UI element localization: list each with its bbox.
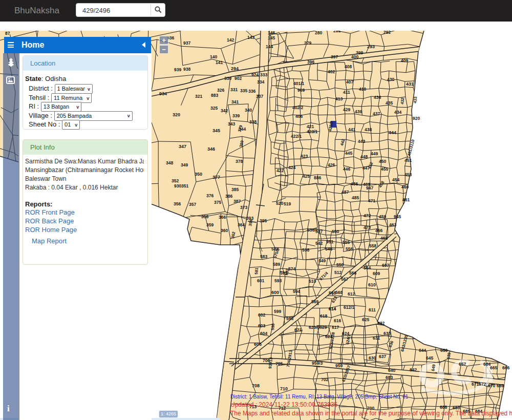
svg-text:920: 920	[413, 116, 420, 121]
svg-text:460: 460	[401, 184, 409, 190]
svg-text:360: 360	[221, 228, 228, 233]
svg-text:410: 410	[359, 87, 366, 92]
svg-text:607: 607	[382, 263, 389, 268]
svg-text:959: 959	[335, 363, 343, 368]
svg-text:603: 603	[258, 323, 265, 328]
svg-text:550: 550	[332, 229, 339, 234]
svg-text:589: 589	[273, 262, 280, 267]
svg-text:510: 510	[309, 279, 316, 284]
svg-text:546: 546	[325, 246, 332, 251]
svg-text:453: 453	[404, 172, 412, 177]
svg-text:538: 538	[302, 247, 309, 253]
svg-text:924: 924	[251, 72, 259, 77]
svg-text:386: 386	[225, 194, 232, 199]
svg-text:377: 377	[212, 175, 220, 180]
svg-text:542: 542	[315, 241, 323, 246]
svg-text:473: 473	[364, 225, 371, 230]
svg-text:939: 939	[174, 67, 181, 72]
svg-text:596: 596	[286, 316, 293, 321]
svg-text:333: 333	[260, 72, 267, 77]
svg-text:520: 520	[276, 201, 283, 206]
svg-text:614: 614	[329, 306, 336, 311]
svg-text:351: 351	[181, 183, 188, 188]
svg-text:336: 336	[248, 89, 255, 94]
svg-text:454: 454	[392, 177, 399, 182]
svg-text:402: 402	[328, 69, 335, 74]
svg-text:376: 376	[206, 193, 214, 198]
svg-text:549: 549	[318, 258, 326, 263]
svg-text:348: 348	[166, 160, 173, 165]
svg-text:387: 387	[233, 199, 241, 204]
svg-text:445: 445	[345, 151, 352, 156]
svg-text:645: 645	[426, 355, 433, 361]
svg-text:146: 146	[268, 31, 275, 35]
svg-text:406: 406	[295, 114, 303, 119]
svg-text:702: 702	[321, 377, 328, 382]
svg-text:537: 537	[315, 229, 323, 234]
svg-text:633: 633	[383, 331, 391, 336]
svg-text:331: 331	[230, 87, 238, 92]
svg-text:330: 330	[224, 76, 231, 81]
svg-text:945: 945	[394, 214, 401, 219]
svg-text:446: 446	[343, 166, 350, 172]
svg-text:705: 705	[275, 361, 283, 366]
svg-text:364: 364	[238, 222, 245, 227]
svg-text:443: 443	[358, 139, 365, 144]
svg-text:461: 461	[402, 197, 410, 202]
svg-text:430: 430	[387, 77, 394, 82]
svg-text:145: 145	[268, 35, 275, 40]
svg-text:604: 604	[260, 331, 267, 336]
svg-text:672: 672	[479, 382, 486, 387]
svg-text:637: 637	[379, 354, 386, 359]
svg-text:630: 630	[369, 355, 376, 361]
svg-text:395: 395	[260, 218, 267, 223]
svg-text:407: 407	[346, 79, 353, 85]
svg-text:426: 426	[328, 162, 335, 167]
svg-text:666: 666	[502, 365, 509, 370]
svg-text:279: 279	[304, 40, 311, 46]
svg-text:422/1: 422/1	[291, 134, 302, 139]
svg-text:670: 670	[488, 383, 495, 388]
svg-text:625: 625	[362, 317, 369, 322]
svg-text:632: 632	[377, 321, 385, 326]
svg-text:671: 671	[472, 382, 479, 387]
svg-text:640: 640	[388, 368, 395, 373]
svg-text:465: 465	[380, 236, 388, 241]
svg-text:397: 397	[331, 54, 338, 59]
svg-text:341: 341	[231, 99, 239, 104]
svg-text:373: 373	[240, 205, 247, 210]
svg-text:621: 621	[294, 327, 302, 332]
svg-text:556: 556	[346, 246, 353, 251]
svg-text:436: 436	[374, 95, 381, 100]
svg-text:434: 434	[394, 110, 401, 115]
svg-text:485: 485	[352, 195, 359, 200]
svg-text:141: 141	[216, 60, 223, 65]
svg-text:346: 346	[207, 146, 215, 152]
svg-text:558: 558	[369, 243, 376, 248]
svg-text:411: 411	[343, 90, 350, 95]
svg-text:444: 444	[389, 130, 396, 135]
svg-text:401/1: 401/1	[293, 81, 305, 86]
svg-text:612: 612	[348, 291, 355, 297]
svg-text:708: 708	[252, 383, 260, 388]
svg-text:335: 335	[240, 88, 247, 93]
svg-text:326: 326	[217, 88, 224, 93]
svg-text:466: 466	[375, 228, 382, 233]
svg-text:555: 555	[343, 240, 350, 245]
svg-text:280: 280	[315, 31, 322, 35]
svg-text:432: 432	[400, 97, 405, 105]
svg-text:512: 512	[334, 270, 342, 275]
svg-text:683: 683	[386, 375, 393, 380]
svg-text:366: 366	[219, 215, 226, 220]
svg-text:337: 337	[256, 94, 263, 99]
svg-text:519: 519	[284, 201, 291, 206]
svg-text:459: 459	[379, 214, 386, 219]
svg-text:583: 583	[260, 254, 267, 259]
svg-text:601: 601	[257, 278, 264, 283]
svg-text:349: 349	[181, 162, 188, 167]
svg-text:598: 598	[270, 323, 275, 331]
svg-text:568: 568	[329, 290, 336, 296]
svg-text:937: 937	[183, 40, 190, 46]
svg-text:396: 396	[307, 59, 314, 65]
svg-text:320: 320	[173, 112, 180, 117]
